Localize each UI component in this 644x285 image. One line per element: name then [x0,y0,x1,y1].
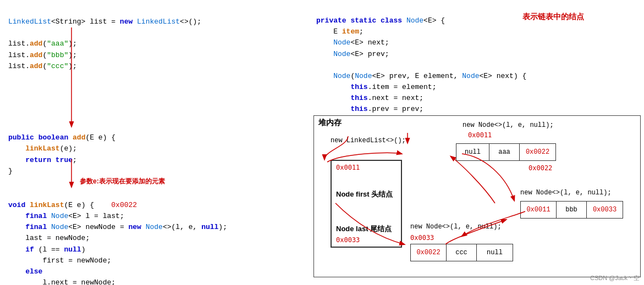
addr-0x0022-after-node1: 0x0022 [529,164,552,172]
node1-next: 0x0022 [520,144,555,160]
watermark: CSDN @Jack丶空 [590,274,640,282]
node3-val: ccc [447,244,477,261]
node3-prev: 0x0022 [411,244,447,261]
node2-prev: 0x0011 [521,202,557,218]
stack-box: 0x0011 Node first 头结点 Node last 尾结点 0x00… [331,160,402,248]
left-code: LinkedList<String> list = new LinkedList… [8,5,302,94]
stack-addr-0x0011: 0x0011 [336,164,360,171]
node1-val: aaa [489,144,520,160]
page-container: LinkedList<String> list = new LinkedList… [0,0,644,285]
link-last-code: void linkLast(E e) { 0x0022 final Node<E… [8,189,302,285]
node1-box: null aaa 0x0022 [456,143,556,161]
heap-box: 堆内存 new LinkedList<>(); 0x0011 Node firs… [313,115,641,277]
node2-box: 0x0011 bbb 0x0033 [520,201,623,219]
stack-addr-0x0033: 0x0033 [336,236,360,244]
node2-next: 0x0033 [587,202,623,218]
annotation-label: 参数e:表示现在要添加的元素 [80,177,165,186]
node1-prev: null [456,144,489,160]
addr-0x0011-node1: 0x0011 [468,131,492,139]
node2-val: bbb [557,202,587,218]
new-node2-label: new Node<>(l, e, null); [520,189,612,197]
node3-box: 0x0022 ccc null [410,244,513,261]
right-panel: private static class Node<E> { E item; N… [311,0,644,285]
node-last-label: Node last 尾结点 [336,224,392,234]
node-annotation-text: 表示链表中的结点 [522,13,584,21]
new-node3-label: new Node<>(l, e, null); [410,223,502,231]
new-node1-label: new Node<>(l, e, null); [463,121,554,129]
add-method-code: public boolean add(E e) { linkLast(e); r… [8,121,302,177]
left-panel: LinkedList<String> list = new LinkedList… [0,0,311,285]
annotation-spacer: 参数e:表示现在要添加的元素 [8,177,302,187]
addr-0x0033-node3: 0x0033 [410,234,434,242]
new-linked-list-label: new LinkedList<>(); [331,137,406,144]
heap-title: 堆内存 [318,118,342,128]
node-annotation: 表示链表中的结点 [522,12,584,22]
node3-next: null [477,244,513,261]
node-first-label: Node first 头结点 [336,189,393,199]
